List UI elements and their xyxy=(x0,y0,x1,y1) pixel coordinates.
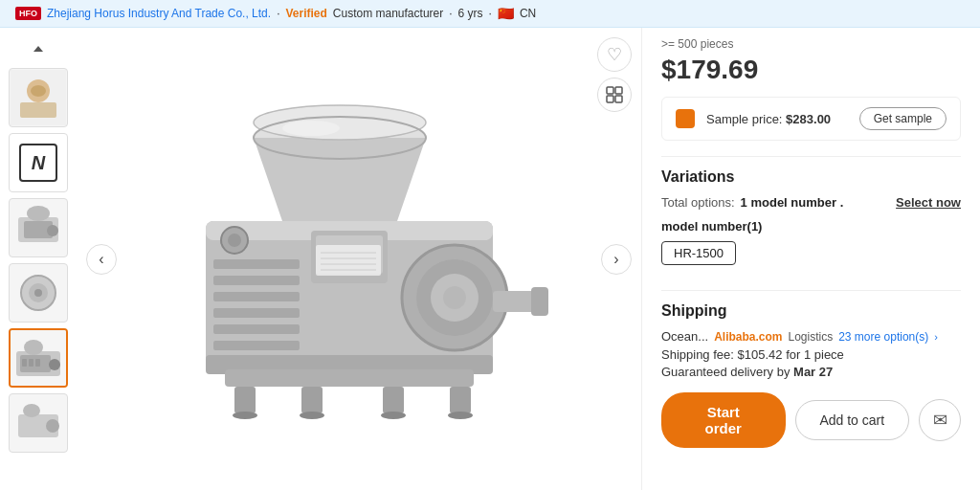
select-now-link[interactable]: Select now xyxy=(896,195,961,210)
svg-rect-53 xyxy=(225,369,474,387)
svg-rect-56 xyxy=(383,387,404,413)
svg-point-58 xyxy=(233,412,257,419)
svg-rect-37 xyxy=(213,341,300,350)
chevron-right-icon: › xyxy=(934,331,938,343)
total-options-value: 1 model number . xyxy=(741,195,844,210)
message-button[interactable]: ✉ xyxy=(919,399,961,441)
chevron-right-icon: › xyxy=(613,251,618,268)
svg-point-62 xyxy=(282,121,340,136)
page: HFO Zhejiang Horus Industry And Trade Co… xyxy=(0,0,980,490)
separator-dot3: · xyxy=(489,7,492,20)
sample-price-value: $283.00 xyxy=(786,112,831,126)
svg-point-43 xyxy=(443,286,466,309)
shipping-fee-row: Shipping fee: $105.42 for 1 piece xyxy=(661,347,961,362)
svg-rect-2 xyxy=(20,102,56,118)
get-sample-button[interactable]: Get sample xyxy=(859,107,947,130)
logistics-text: Logistics xyxy=(789,330,834,344)
company-years: 6 yrs xyxy=(458,7,483,20)
prev-image-button[interactable]: ‹ xyxy=(86,244,117,275)
svg-point-24 xyxy=(46,419,59,433)
thumbnail-strip: N xyxy=(0,28,77,490)
svg-rect-48 xyxy=(316,245,381,276)
svg-point-23 xyxy=(23,404,40,417)
thumbnail-1[interactable] xyxy=(9,68,68,127)
thumb-scroll-up[interactable] xyxy=(9,35,68,62)
divider-1 xyxy=(661,156,961,157)
svg-rect-34 xyxy=(213,292,300,301)
main-product-image: ♡ ‹ › xyxy=(77,28,641,490)
svg-rect-18 xyxy=(22,359,27,367)
shipping-method: Ocean... xyxy=(661,329,708,344)
svg-point-17 xyxy=(49,359,60,370)
thumbnail-5[interactable] xyxy=(9,393,68,453)
svg-point-3 xyxy=(31,85,46,97)
sample-price-bar: Sample price: $283.00 Get sample xyxy=(661,97,961,141)
svg-rect-33 xyxy=(213,276,300,285)
company-logo-badge: HFO xyxy=(15,7,41,20)
sample-label: Sample price: xyxy=(706,112,782,126)
company-type: Custom manufacturer xyxy=(333,7,443,20)
country-code: CN xyxy=(520,7,536,20)
svg-rect-57 xyxy=(450,387,471,413)
svg-point-59 xyxy=(300,412,324,419)
model-chip-hr1500[interactable]: HR-1500 xyxy=(661,241,736,265)
next-image-button[interactable]: › xyxy=(601,244,632,275)
svg-rect-35 xyxy=(213,308,300,318)
shipping-section: Shipping Ocean... Alibaba.com Logistics … xyxy=(661,302,961,379)
zoom-icon xyxy=(606,86,623,103)
country-flag: 🇨🇳 xyxy=(498,6,514,21)
add-to-cart-button[interactable]: Add to cart xyxy=(795,400,910,440)
svg-point-12 xyxy=(34,289,42,297)
wishlist-button[interactable]: ♡ xyxy=(597,37,632,72)
thumbnail-4-active[interactable] xyxy=(9,328,68,388)
delivery-date: Mar 27 xyxy=(793,365,833,379)
action-buttons: Start order Add to cart ✉ xyxy=(661,392,961,448)
svg-rect-66 xyxy=(615,96,622,102)
separator-dot2: · xyxy=(449,7,452,20)
delivery-label: Guaranteed delivery by xyxy=(661,365,790,379)
thumbnail-2[interactable] xyxy=(9,198,68,257)
thumbnail-brand[interactable]: N xyxy=(9,133,68,192)
shipping-fee-label: Shipping fee: xyxy=(661,347,734,362)
total-options-label: Total options: xyxy=(661,195,735,210)
svg-rect-54 xyxy=(234,387,256,413)
delivery-row: Guaranteed delivery by Mar 27 xyxy=(661,365,961,379)
variations-title: Variations xyxy=(661,168,961,186)
svg-point-6 xyxy=(27,206,50,221)
more-options-link[interactable]: 23 more option(s) xyxy=(838,330,928,344)
svg-point-61 xyxy=(448,412,473,419)
svg-rect-55 xyxy=(301,387,323,413)
heart-icon: ♡ xyxy=(607,44,622,65)
min-order-label: >= 500 pieces xyxy=(661,37,961,51)
svg-rect-64 xyxy=(615,87,622,94)
divider-2 xyxy=(661,290,961,291)
company-name-link[interactable]: Zhejiang Horus Industry And Trade Co., L… xyxy=(47,7,271,20)
message-icon: ✉ xyxy=(933,410,947,431)
product-details-panel: >= 500 pieces $179.69 Sample price: $283… xyxy=(641,28,980,490)
main-content: N xyxy=(0,28,980,490)
shipping-title: Shipping xyxy=(661,302,961,320)
svg-rect-36 xyxy=(213,324,300,334)
svg-rect-20 xyxy=(35,359,40,367)
company-banner: HFO Zhejiang Horus Industry And Trade Co… xyxy=(0,0,980,28)
svg-rect-63 xyxy=(607,87,613,94)
shipping-fee-value: $105.42 for 1 piece xyxy=(738,347,844,362)
alibaba-logo: Alibaba.com xyxy=(714,330,782,344)
shipping-method-row: Ocean... Alibaba.com Logistics 23 more o… xyxy=(661,329,961,344)
verified-badge: Verified xyxy=(285,7,326,20)
separator-dot: · xyxy=(277,7,279,20)
variations-row: Total options: 1 model number . Select n… xyxy=(661,195,961,210)
svg-rect-65 xyxy=(607,96,613,102)
svg-rect-19 xyxy=(29,359,33,367)
gallery-panel: N xyxy=(0,28,641,490)
model-number-label: model number(1) xyxy=(661,219,961,234)
sample-icon xyxy=(676,109,695,128)
sample-price-text: Sample price: $283.00 xyxy=(706,112,848,126)
svg-point-15 xyxy=(24,340,43,355)
thumbnail-3[interactable] xyxy=(9,263,68,323)
product-price: $179.69 xyxy=(661,55,961,85)
svg-point-47 xyxy=(228,234,241,247)
zoom-button[interactable] xyxy=(597,78,632,112)
svg-point-60 xyxy=(381,412,406,419)
start-order-button[interactable]: Start order xyxy=(661,392,786,448)
